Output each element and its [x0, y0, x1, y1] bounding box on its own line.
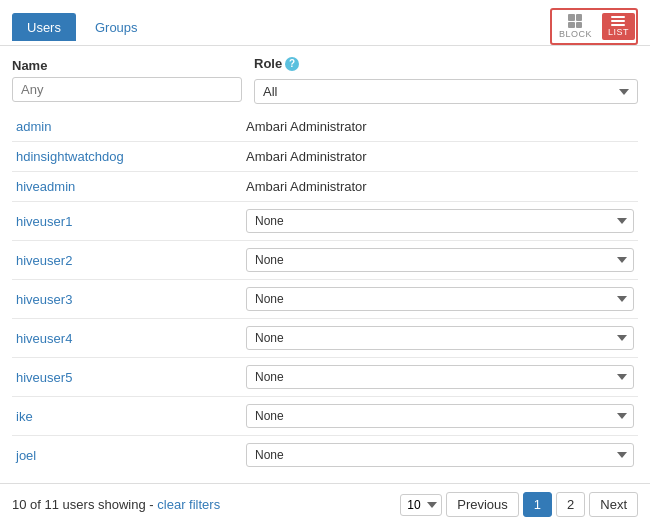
- table-row: hiveuser1None: [12, 202, 638, 241]
- user-link[interactable]: hiveuser4: [16, 331, 72, 346]
- table-row: hiveuser3None: [12, 280, 638, 319]
- role-filter-col: Role ? All Ambari Administrator None: [254, 56, 638, 104]
- showing-text: 10 of 11 users showing - clear filters: [12, 497, 220, 512]
- header: Users Groups BLOCK LIST: [0, 0, 650, 46]
- user-role-select[interactable]: None: [246, 443, 634, 467]
- user-link[interactable]: admin: [16, 119, 51, 134]
- user-link[interactable]: joel: [16, 448, 36, 463]
- role-label-text: Role: [254, 56, 282, 71]
- list-icon: [611, 16, 625, 26]
- user-role-text: Ambari Administrator: [246, 179, 367, 194]
- tab-users[interactable]: Users: [12, 13, 76, 41]
- table-row: hdinsightwatchdogAmbari Administrator: [12, 142, 638, 172]
- user-role-select[interactable]: None: [246, 365, 634, 389]
- role-help-icon[interactable]: ?: [285, 57, 299, 71]
- view-toggle-group: BLOCK LIST: [550, 8, 638, 45]
- list-view-button[interactable]: LIST: [602, 13, 635, 40]
- main-content: Name Role ? All Ambari Administrator Non…: [0, 46, 650, 484]
- table-row: joelNone: [12, 436, 638, 475]
- tab-groups[interactable]: Groups: [80, 13, 153, 41]
- filter-row: Name Role ? All Ambari Administrator Non…: [12, 56, 638, 104]
- list-view-label: LIST: [608, 27, 629, 37]
- clear-filters-link[interactable]: clear filters: [157, 497, 220, 512]
- user-link[interactable]: hiveuser5: [16, 370, 72, 385]
- page-1-button[interactable]: 1: [523, 492, 552, 517]
- user-role-text: Ambari Administrator: [246, 119, 367, 134]
- table-row: hiveuser5None: [12, 358, 638, 397]
- role-filter-select[interactable]: All Ambari Administrator None: [254, 79, 638, 104]
- user-link[interactable]: hiveuser2: [16, 253, 72, 268]
- block-view-label: BLOCK: [559, 29, 592, 39]
- block-icon: [568, 14, 582, 28]
- role-filter-label: Role ?: [254, 56, 299, 71]
- name-filter-label: Name: [12, 58, 242, 73]
- user-link[interactable]: ike: [16, 409, 33, 424]
- role-select-wrapper: All Ambari Administrator None: [254, 79, 638, 104]
- pagination-area: 10 25 50 Previous 1 2 Next: [400, 492, 638, 517]
- per-page-select[interactable]: 10 25 50: [400, 494, 442, 516]
- name-filter-input[interactable]: [12, 77, 242, 102]
- user-role-select[interactable]: None: [246, 287, 634, 311]
- prev-button[interactable]: Previous: [446, 492, 519, 517]
- user-role-select[interactable]: None: [246, 248, 634, 272]
- name-filter-col: Name: [12, 58, 242, 102]
- next-button[interactable]: Next: [589, 492, 638, 517]
- table-row: ikeNone: [12, 397, 638, 436]
- user-role-text: Ambari Administrator: [246, 149, 367, 164]
- table-row: hiveuser4None: [12, 319, 638, 358]
- table-row: hiveadminAmbari Administrator: [12, 172, 638, 202]
- footer: 10 of 11 users showing - clear filters 1…: [0, 483, 650, 525]
- user-table: adminAmbari Administratorhdinsightwatchd…: [12, 112, 638, 474]
- table-row: hiveuser2None: [12, 241, 638, 280]
- user-link[interactable]: hdinsightwatchdog: [16, 149, 124, 164]
- table-row: adminAmbari Administrator: [12, 112, 638, 142]
- tab-bar: Users Groups: [12, 13, 153, 41]
- block-view-button[interactable]: BLOCK: [553, 11, 598, 42]
- user-role-select[interactable]: None: [246, 209, 634, 233]
- user-link[interactable]: hiveuser1: [16, 214, 72, 229]
- page-2-button[interactable]: 2: [556, 492, 585, 517]
- user-role-select[interactable]: None: [246, 326, 634, 350]
- user-link[interactable]: hiveadmin: [16, 179, 75, 194]
- showing-count: 10 of 11 users showing: [12, 497, 146, 512]
- user-link[interactable]: hiveuser3: [16, 292, 72, 307]
- user-role-select[interactable]: None: [246, 404, 634, 428]
